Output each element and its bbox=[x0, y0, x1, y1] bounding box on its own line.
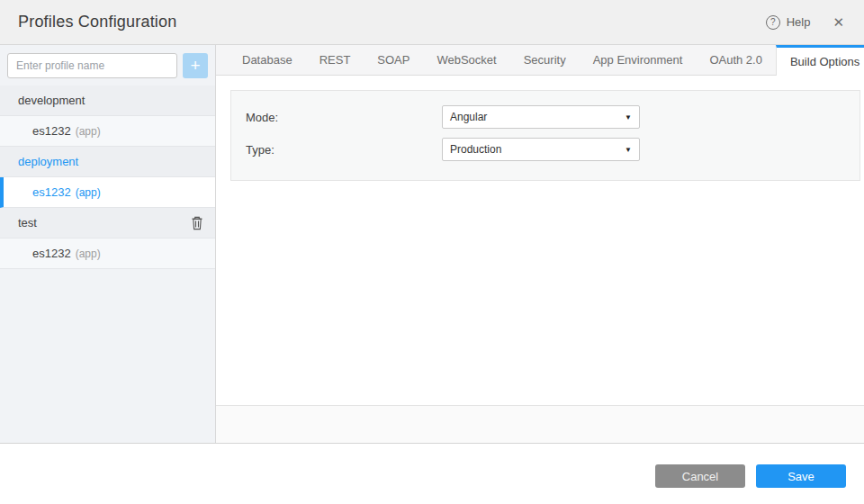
tab-security[interactable]: Security bbox=[510, 45, 580, 75]
tab-build-options[interactable]: Build Options bbox=[776, 45, 864, 76]
help-button[interactable]: ? Help bbox=[766, 15, 811, 30]
pre-footer-strip bbox=[216, 405, 864, 443]
profile-group-label: test bbox=[18, 216, 37, 230]
tab-rest[interactable]: REST bbox=[306, 45, 364, 75]
tab-database[interactable]: Database bbox=[229, 45, 306, 75]
tab-app-environment[interactable]: App Environment bbox=[580, 45, 697, 75]
window-body: + development es1232 (app) deployment es… bbox=[0, 45, 864, 443]
profiles-configuration-window: Profiles Configuration ? Help ✕ + develo… bbox=[0, 0, 864, 504]
cancel-button[interactable]: Cancel bbox=[655, 464, 745, 488]
profile-group-test[interactable]: test bbox=[0, 208, 215, 238]
profile-item[interactable]: es1232 (app) bbox=[0, 238, 215, 269]
help-icon: ? bbox=[766, 15, 780, 30]
help-label: Help bbox=[787, 15, 811, 29]
header-actions: ? Help ✕ bbox=[766, 15, 844, 30]
mode-select-value: Angular bbox=[450, 111, 487, 123]
profile-item-selected[interactable]: es1232 (app) bbox=[0, 177, 215, 208]
profile-group-development[interactable]: development bbox=[0, 86, 215, 116]
close-icon[interactable]: ✕ bbox=[832, 15, 844, 29]
profile-item-suffix: (app) bbox=[76, 125, 101, 138]
tab-oauth-2-0[interactable]: OAuth 2.0 bbox=[696, 45, 776, 75]
profile-item-suffix: (app) bbox=[76, 186, 101, 199]
chevron-down-icon: ▼ bbox=[625, 146, 632, 154]
profile-item-label: es1232 bbox=[32, 124, 71, 138]
profile-name-input[interactable] bbox=[7, 53, 177, 78]
save-button[interactable]: Save bbox=[756, 464, 846, 488]
window-header: Profiles Configuration ? Help ✕ bbox=[0, 0, 864, 45]
profiles-sidebar: + development es1232 (app) deployment es… bbox=[0, 45, 216, 443]
profile-list: development es1232 (app) deployment es12… bbox=[0, 86, 215, 269]
type-select[interactable]: Production ▼ bbox=[442, 138, 640, 161]
profile-add-row: + bbox=[0, 45, 215, 86]
profile-group-deployment[interactable]: deployment bbox=[0, 147, 215, 177]
profile-item-label: es1232 bbox=[32, 185, 71, 199]
tab-soap[interactable]: SOAP bbox=[364, 45, 423, 75]
tab-websocket[interactable]: WebSocket bbox=[423, 45, 509, 75]
profile-item-suffix: (app) bbox=[76, 248, 101, 260]
add-profile-button[interactable]: + bbox=[183, 53, 208, 78]
profile-group-label: development bbox=[18, 94, 85, 107]
profile-group-label: deployment bbox=[18, 155, 78, 168]
tab-content: Mode: Angular ▼ Type: Production ▼ bbox=[216, 76, 864, 405]
page-title: Profiles Configuration bbox=[18, 13, 177, 32]
mode-label: Mode: bbox=[246, 111, 442, 124]
profile-item-label: es1232 bbox=[32, 247, 71, 260]
mode-field-row: Mode: Angular ▼ bbox=[246, 105, 845, 129]
delete-profile-button[interactable] bbox=[191, 216, 203, 230]
type-label: Type: bbox=[246, 143, 442, 157]
trash-icon bbox=[191, 216, 203, 230]
tab-bar: Database REST SOAP WebSocket Security Ap… bbox=[216, 45, 864, 76]
main-panel: Database REST SOAP WebSocket Security Ap… bbox=[216, 45, 864, 443]
chevron-down-icon: ▼ bbox=[625, 113, 632, 122]
type-field-row: Type: Production ▼ bbox=[246, 138, 845, 161]
window-footer: Cancel Save bbox=[0, 443, 864, 504]
mode-select[interactable]: Angular ▼ bbox=[442, 105, 640, 129]
build-options-form: Mode: Angular ▼ Type: Production ▼ bbox=[230, 90, 860, 181]
profile-item[interactable]: es1232 (app) bbox=[0, 116, 215, 147]
type-select-value: Production bbox=[450, 143, 501, 156]
